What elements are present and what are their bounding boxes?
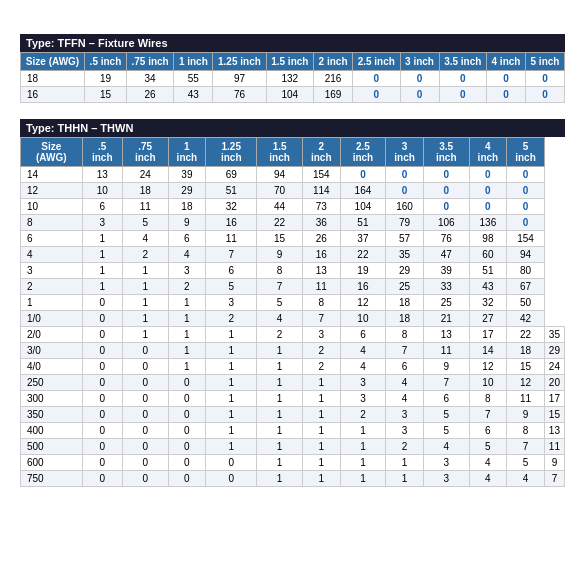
table-cell: 44 (257, 199, 303, 215)
table-cell: 9 (544, 455, 564, 471)
table-row: 600000011113459 (21, 455, 565, 471)
table-cell: 0 (469, 199, 507, 215)
table-cell: 3 (168, 263, 206, 279)
table-row: 614611152637577698154 (21, 231, 565, 247)
table-cell: 1 (82, 263, 122, 279)
table-cell: 29 (386, 263, 424, 279)
table-cell: 350 (21, 407, 83, 423)
table-cell: 1 (302, 439, 340, 455)
table-cell: 16 (206, 215, 257, 231)
table-cell: 13 (423, 327, 469, 343)
table-cell: 104 (340, 199, 386, 215)
column-header: 3.5 inch (439, 53, 487, 71)
table-row: 4000001111356813 (21, 423, 565, 439)
table-cell: 0 (168, 439, 206, 455)
column-header: .5 inch (85, 53, 127, 71)
table-cell: 12 (469, 359, 507, 375)
table-cell: 11 (302, 279, 340, 295)
table-cell: 15 (85, 87, 127, 103)
table-cell: 33 (423, 279, 469, 295)
table-cell: 0 (122, 471, 168, 487)
column-header: 3.5 inch (423, 138, 469, 167)
table-cell: 1 (257, 343, 303, 359)
table-cell: 98 (469, 231, 507, 247)
table-cell: 2/0 (21, 327, 83, 343)
table-cell: 3 (340, 391, 386, 407)
table-cell: 18 (122, 183, 168, 199)
table-cell: 1 (206, 391, 257, 407)
table-cell: 0 (82, 471, 122, 487)
table-cell: 37 (340, 231, 386, 247)
table-cell: 8 (507, 423, 545, 439)
table-cell: 160 (386, 199, 424, 215)
table-row: 3500001112357915 (21, 407, 565, 423)
table-cell: 4 (340, 343, 386, 359)
table-cell: 6 (168, 231, 206, 247)
table-cell: 169 (314, 87, 353, 103)
table-cell: 4 (507, 471, 545, 487)
column-header: 2.5 inch (353, 53, 401, 71)
column-header: Size (AWG) (21, 138, 83, 167)
table-cell: 1 (122, 311, 168, 327)
table-cell: 5 (122, 215, 168, 231)
table-cell: 1 (340, 423, 386, 439)
column-header: 1.5 inch (257, 138, 303, 167)
table-cell: 76 (213, 87, 266, 103)
table-cell: 26 (126, 87, 174, 103)
table-cell: 4 (21, 247, 83, 263)
table-cell: 1/0 (21, 311, 83, 327)
table-row: 1210182951701141640000 (21, 183, 565, 199)
table-cell: 35 (544, 327, 564, 343)
table-row: 211257111625334367 (21, 279, 565, 295)
table-cell: 51 (469, 263, 507, 279)
table-cell: 3 (340, 375, 386, 391)
table-cell: 0 (168, 407, 206, 423)
table-cell: 8 (257, 263, 303, 279)
table-cell: 4 (122, 231, 168, 247)
column-header: 5 inch (525, 53, 564, 71)
table-cell: 14 (469, 343, 507, 359)
table-cell: 0 (386, 167, 424, 183)
table-cell: 9 (257, 247, 303, 263)
column-header: 5 inch (507, 138, 545, 167)
column-header: Size (AWG) (21, 53, 85, 71)
table-cell: 25 (423, 295, 469, 311)
data-table-tffn: Size (AWG).5 inch.75 inch1 inch1.25 inch… (20, 52, 565, 103)
table-cell: 1 (206, 407, 257, 423)
table-row: 1/00112471018212742 (21, 311, 565, 327)
table-cell: 16 (340, 279, 386, 295)
table-cell: 2 (302, 359, 340, 375)
table-cell: 5 (423, 423, 469, 439)
table-cell: 1 (206, 423, 257, 439)
table-cell: 3 (386, 423, 424, 439)
table-cell: 0 (168, 455, 206, 471)
table-cell: 1 (21, 295, 83, 311)
table-cell: 94 (257, 167, 303, 183)
table-cell: 22 (257, 215, 303, 231)
table-cell: 1 (340, 439, 386, 455)
table-row: 30000011134681117 (21, 391, 565, 407)
table-cell: 0 (507, 183, 545, 199)
table-cell: 0 (82, 343, 122, 359)
table-cell: 18 (386, 295, 424, 311)
table-cell: 1 (302, 375, 340, 391)
table-cell: 1 (257, 391, 303, 407)
table-row: 2/00111236813172235 (21, 327, 565, 343)
table-cell: 0 (400, 71, 439, 87)
table-cell: 1 (302, 407, 340, 423)
column-header: 1.25 inch (213, 53, 266, 71)
table-cell: 79 (386, 215, 424, 231)
table-cell: 1 (257, 359, 303, 375)
table-cell: 55 (174, 71, 213, 87)
column-header: 1 inch (168, 138, 206, 167)
table-cell: 11 (544, 439, 564, 455)
table-cell: 3 (423, 471, 469, 487)
table-cell: 2 (386, 439, 424, 455)
table-cell: 0 (82, 391, 122, 407)
table-cell: 164 (340, 183, 386, 199)
table-cell: 51 (340, 215, 386, 231)
table-cell: 1 (340, 471, 386, 487)
table-cell: 8 (302, 295, 340, 311)
column-header: 1.25 inch (206, 138, 257, 167)
table-cell: 43 (469, 279, 507, 295)
